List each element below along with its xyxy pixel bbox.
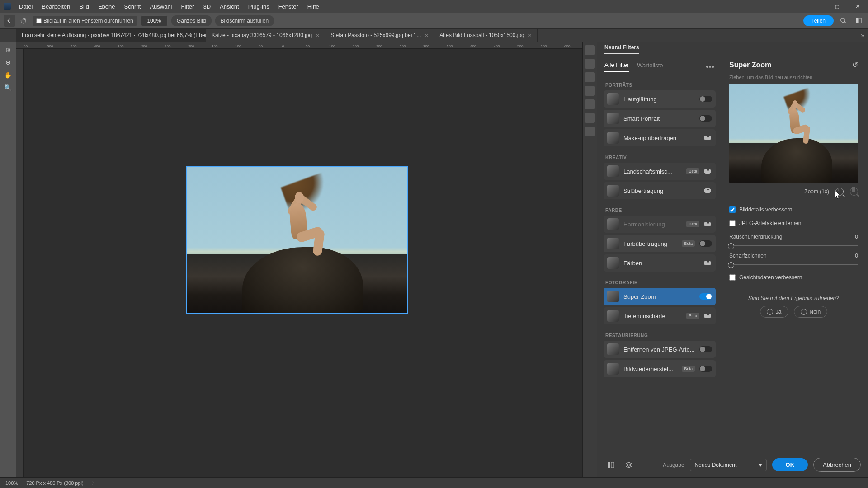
search-icon[interactable] — [837, 15, 849, 27]
toggle-off[interactable] — [699, 366, 712, 372]
download-icon[interactable] — [704, 168, 712, 174]
checkbox-enhance-detail[interactable]: Bilddetails verbessern — [729, 206, 858, 213]
toggle-off[interactable] — [699, 346, 712, 352]
filter-item-skin-smoothing[interactable]: Hautglättung — [604, 90, 716, 108]
tab-all-filters[interactable]: Alle Filter — [604, 61, 629, 72]
checkbox-enhance-face[interactable]: Gesichtsdaten verbessern — [729, 274, 858, 281]
scroll-all-windows-input[interactable] — [36, 18, 42, 23]
menu-ansicht[interactable]: Ansicht — [215, 0, 244, 13]
close-icon[interactable]: ✕ — [528, 33, 532, 38]
document-image[interactable] — [186, 166, 408, 314]
status-zoom[interactable]: 100% — [5, 480, 18, 486]
dock-icon[interactable] — [585, 86, 595, 96]
menu-plugins[interactable]: Plug-ins — [244, 0, 274, 13]
chevron-right-icon[interactable]: 〉 — [92, 480, 96, 486]
filter-item-style-transfer[interactable]: Stilübertragung — [604, 182, 716, 199]
menu-3d[interactable]: 3D — [198, 0, 215, 13]
menu-hilfe[interactable]: Hilfe — [303, 0, 324, 13]
fill-screen-button[interactable]: Bildschirm ausfüllen — [215, 15, 274, 26]
close-icon[interactable]: ✕ — [316, 33, 319, 38]
checkbox-input[interactable] — [729, 220, 736, 226]
dock-icon[interactable] — [585, 127, 595, 136]
layers-icon[interactable] — [623, 459, 635, 471]
toggle-off[interactable] — [699, 96, 712, 102]
window-maximize-icon[interactable] — [826, 0, 847, 13]
dock-icon[interactable] — [585, 113, 595, 123]
filter-item-jpeg-artifacts[interactable]: Entfernen von JPEG-Arte... — [604, 341, 716, 358]
scroll-all-windows-checkbox[interactable]: Bildlauf in allen Fenstern durchführen — [33, 16, 137, 26]
window-minimize-icon[interactable] — [806, 0, 826, 13]
download-icon[interactable] — [704, 221, 712, 227]
ruler-horizontal: 5050045040035030025020015010050050100150… — [16, 42, 582, 49]
checkbox-input[interactable] — [729, 274, 736, 281]
window-close-icon[interactable] — [847, 0, 868, 13]
filter-item-depth-blur[interactable]: Tiefenunschärfe Beta — [604, 307, 716, 324]
document-tab[interactable]: Katze - pixabay 3336579 - 1066x1280.jpg … — [206, 29, 325, 42]
zoom-in-tool-icon[interactable]: ⊕ — [2, 44, 14, 55]
hand-tool-icon[interactable] — [19, 16, 29, 26]
filter-item-landscape-mixer[interactable]: Landschaftsmisc... Beta — [604, 163, 716, 180]
ok-button[interactable]: OK — [772, 458, 808, 471]
dock-icon[interactable] — [585, 99, 595, 109]
slider-sharpen[interactable]: Scharfzeichnen 0 — [729, 253, 858, 268]
menu-bearbeiten[interactable]: Bearbeiten — [37, 0, 75, 13]
filter-item-photo-restoration[interactable]: Bildwiederherstel... Beta — [604, 360, 716, 377]
download-icon[interactable] — [704, 260, 712, 266]
filter-item-makeup-transfer[interactable]: Make-up übertragen — [604, 129, 716, 146]
dock-icon[interactable] — [585, 72, 595, 82]
feedback-no-button[interactable]: Nein — [794, 306, 828, 318]
zoom-in-icon[interactable] — [835, 188, 844, 196]
tabs-overflow-icon[interactable]: » — [861, 32, 864, 39]
category-portraits: PORTRÄTS — [605, 83, 716, 88]
back-button[interactable] — [4, 15, 15, 27]
slider-noise-reduction[interactable]: Rauschunterdrückung 0 — [729, 234, 858, 249]
feedback-yes-button[interactable]: Ja — [760, 306, 788, 318]
output-select[interactable]: Neues Dokument ▾ — [690, 459, 767, 471]
more-options-icon[interactable]: ••• — [706, 63, 715, 71]
fit-image-button[interactable]: Ganzes Bild — [171, 15, 212, 26]
dock-icon[interactable] — [585, 45, 595, 55]
status-bar: 100% 720 Px x 480 Px (300 ppi) 〉 — [0, 477, 868, 488]
document-tab[interactable]: Stefan Passfoto - 525x699.jpg bei 1... ✕ — [325, 29, 434, 42]
slider-track[interactable] — [729, 243, 858, 249]
download-icon[interactable] — [704, 135, 712, 141]
reset-icon[interactable]: ↺ — [852, 61, 858, 69]
share-button[interactable]: Teilen — [803, 15, 834, 26]
zoom-tool-icon[interactable]: 🔍 — [2, 82, 14, 93]
before-after-icon[interactable] — [604, 459, 617, 471]
document-tab[interactable]: Altes Bild Fussball - 1050x1500.jpg ✕ — [434, 29, 537, 42]
menu-datei[interactable]: Datei — [14, 0, 37, 13]
close-icon[interactable]: ✕ — [425, 33, 428, 38]
beta-badge: Beta — [686, 168, 699, 174]
menu-bild[interactable]: Bild — [75, 0, 94, 13]
menu-fenster[interactable]: Fenster — [274, 0, 303, 13]
preview-image[interactable] — [729, 84, 858, 183]
filter-item-colorize[interactable]: Färben — [604, 254, 716, 272]
zoom-out-tool-icon[interactable]: ⊖ — [2, 57, 14, 68]
toggle-on[interactable] — [699, 293, 712, 300]
toggle-off[interactable] — [699, 115, 712, 122]
download-icon[interactable] — [704, 188, 712, 194]
workspace-icon[interactable] — [853, 15, 864, 27]
menu-ebene[interactable]: Ebene — [94, 0, 120, 13]
tab-waitlist[interactable]: Warteliste — [637, 62, 663, 71]
filter-item-super-zoom[interactable]: Super Zoom — [604, 288, 716, 305]
filter-item-harmonization[interactable]: Harmonisierung Beta — [604, 216, 716, 233]
filter-item-smart-portrait[interactable]: Smart Portrait — [604, 110, 716, 127]
document-tab[interactable]: Frau sehr kleine Auflösung - pixabay 186… — [16, 29, 206, 42]
slider-track[interactable] — [729, 262, 858, 268]
zoom-level-field[interactable]: 100% — [141, 15, 168, 26]
menu-schrift[interactable]: Schrift — [120, 0, 146, 13]
dock-icon[interactable] — [585, 59, 595, 69]
checkbox-remove-jpeg[interactable]: JPEG-Artefakte entfernen — [729, 220, 858, 226]
menu-auswahl[interactable]: Auswahl — [145, 0, 176, 13]
checkbox-input[interactable] — [729, 206, 736, 213]
canvas-area[interactable] — [24, 49, 582, 477]
zoom-out-icon[interactable] — [850, 188, 858, 196]
cancel-button[interactable]: Abbrechen — [813, 458, 861, 472]
hand-tool-icon[interactable]: ✋ — [2, 70, 14, 80]
menu-filter[interactable]: Filter — [177, 0, 199, 13]
toggle-off[interactable] — [699, 240, 712, 247]
filter-item-color-transfer[interactable]: Farbübertragung Beta — [604, 235, 716, 252]
download-icon[interactable] — [704, 313, 712, 319]
